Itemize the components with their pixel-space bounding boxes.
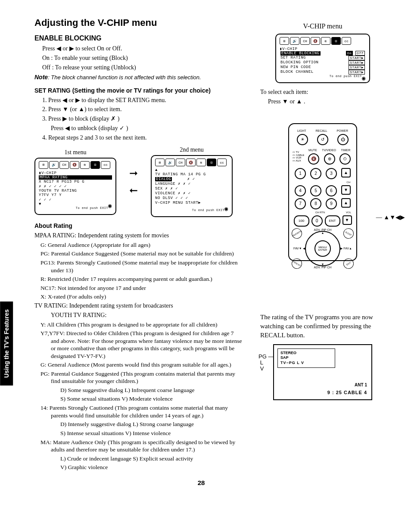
select-each-item: To select each item: — [260, 88, 385, 96]
rating-x: X: X-rated (For adults only) — [34, 293, 243, 301]
enable-line1: Press ◀ or ▶ to select On or Off. — [34, 45, 243, 53]
step2: 2. Press ▼ (or ▲) to select item. — [34, 106, 243, 114]
arrow-right-icon: ➞ — [129, 167, 138, 179]
rating-nc17: NC17: Not intended for anyone 17 and und… — [34, 284, 243, 292]
step1: 1. Press ◀ or ▶ to display the SET RATIN… — [34, 96, 243, 105]
rating-pg13: PG13: Parents Strongly Cautioned (Some m… — [34, 259, 243, 274]
about-rating-heading: About Rating — [34, 222, 243, 229]
pg-callout: PG — L V — [258, 354, 274, 372]
rating-ma-v: V) Graphic violence — [34, 464, 243, 471]
note-label: Note — [34, 74, 48, 81]
rating-ma-l: L) Crude or indecent language S) Explici… — [34, 455, 243, 463]
note-text: : The block channel function is not affe… — [48, 74, 201, 81]
step3b: Press ◀ to unblock (display ✓ ) — [34, 124, 243, 133]
arrow-left-icon: ➞ — [129, 184, 138, 196]
rating-14-s: S) Intense sexual situations V) Intense … — [34, 429, 243, 437]
rating-y: Y: All Children (This program is designe… — [34, 321, 243, 329]
rating-r: R: Restricted (Under 17 requires accompa… — [34, 275, 243, 283]
rating-tg: G: General Audience (Most parents would … — [34, 361, 243, 369]
page-number: 28 — [17, 479, 385, 486]
rating-14-d: D) Intensely suggestive dialog L) Strong… — [34, 420, 243, 428]
step3a: 3. Press ▶ to block (display ✗ ) — [34, 115, 243, 123]
vchip-menu-title: V-CHIP menu — [260, 22, 385, 30]
set-rating-heading: SET RATING (Setting the movie or TV rati… — [34, 87, 243, 94]
rating-y7: Y7,Y7FV: Directed to Older Children (Thi… — [34, 330, 243, 360]
rating-tpg-d: D) Some suggestive dialog L) Infrequent … — [34, 386, 243, 394]
enable-blocking-heading: ENABLE BLOCKING — [34, 34, 243, 42]
enable-line3: Off : To release your setting (Unblock) — [34, 64, 243, 72]
side-tab: Using the TV's Features — [0, 302, 13, 386]
press-arrows: Press ▼ or ▲ . — [260, 98, 385, 106]
main-title: Adjusting the V-CHIP menu — [34, 17, 243, 28]
tv-rating-line: TV RATING: Independent rating system for… — [34, 302, 243, 310]
rating-tpg: PG: Parental Guidance Suggested (This pr… — [34, 370, 243, 385]
rating-note: The rating of the TV programs you are no… — [260, 313, 385, 340]
osd-vchip-menu: ⊞🔊CH🔇≋⊡cc ▮V–CHIP ENABLE BLOCKINGOn Off … — [275, 34, 370, 83]
rating-14: 14: Parents Strongly Cautioned (This pro… — [34, 404, 243, 419]
osd-1st-menu: ⊞🔊CH🔇≋⊡cc ▮V–CHIP MPAA RATING X NC17 R P… — [34, 158, 116, 215]
rating-g: G: General Audience (Appropriate for all… — [34, 241, 243, 249]
tv-screen: PG — L V STEREO SAP TV−PG L V ANT 1 9 : … — [273, 344, 372, 400]
rating-tpg-s: S) Some sexual situations V) Moderate vi… — [34, 395, 243, 403]
step4: 4. Repeat steps 2 and 3 to set the next … — [34, 134, 243, 142]
enable-line2: On : To enable your setting (Block) — [34, 54, 243, 62]
rating-pg: PG: Parental Guidance Suggested (Some ma… — [34, 250, 243, 258]
remote-control: LIGHTRECALLPOWER ☀↺⏻ ▭ TV▭ CABLE▭ VCR▭ A… — [288, 123, 357, 261]
second-menu-label: 2nd menu — [151, 146, 233, 153]
note-line: Note: The block channel function is not … — [34, 73, 243, 82]
first-menu-label: 1st menu — [34, 149, 116, 156]
mpaa-line: MPAA RATING: Independent rating system f… — [34, 232, 243, 240]
osd-2nd-menu: ⊞🔊CH🔇≋⊡cc ▲ TV RATING MA 14 PG G DIALOG … — [151, 155, 233, 217]
youth-heading: YOUTH TV RATING: — [34, 311, 243, 320]
menus-row: 1st menu ⊞🔊CH🔇≋⊡cc ▮V–CHIP MPAA RATING X… — [34, 146, 243, 217]
arrow-keys-label: ▲▼◀▶ — [383, 214, 405, 221]
rating-ma: MA: Mature Audience Only (This program i… — [34, 439, 243, 454]
